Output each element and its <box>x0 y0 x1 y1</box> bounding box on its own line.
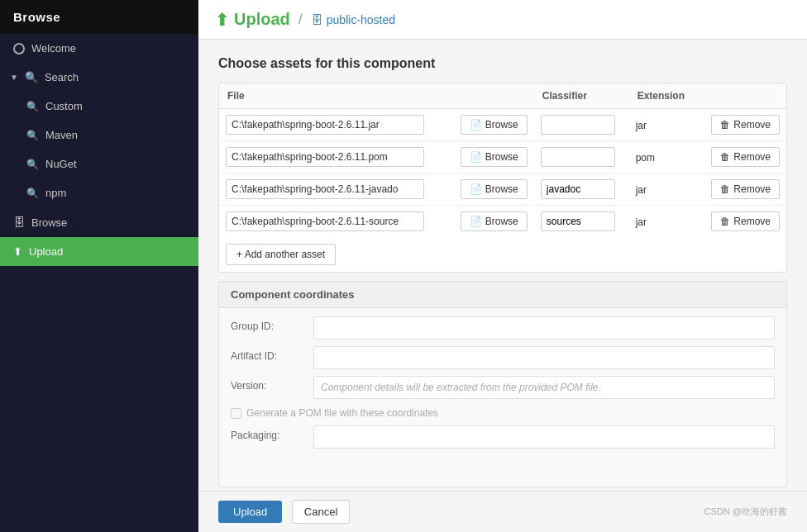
repo-name: public-hosted <box>327 13 395 26</box>
remove-button[interactable]: 🗑 Remove <box>711 115 780 135</box>
cancel-button[interactable]: Cancel <box>292 500 350 524</box>
table-row: 📄 Browse pom 🗑 Remove <box>219 141 786 173</box>
browse-button[interactable]: 📄 Browse <box>461 179 528 199</box>
sidebar-item-custom[interactable]: 🔍 Custom <box>0 92 198 121</box>
col-classifier: Classifier <box>534 83 629 109</box>
file-path-input[interactable] <box>226 179 424 199</box>
sidebar-item-label: Maven <box>45 129 78 141</box>
search-icon: 🔍 <box>26 130 39 141</box>
coords-header: Component coordinates <box>219 282 786 308</box>
extension-value: jar <box>636 184 647 196</box>
group-id-input[interactable] <box>313 316 775 340</box>
chevron-down-icon: ▼ <box>10 73 18 82</box>
artifact-id-row: Artifact ID: <box>231 346 775 369</box>
topbar: ⬆ Upload / 🗄 public-hosted <box>198 0 807 40</box>
extension-value: jar <box>636 216 647 228</box>
upload-button[interactable]: Upload <box>218 501 282 523</box>
sidebar-item-label: Welcome <box>31 42 76 55</box>
title-text: Upload <box>234 10 290 29</box>
action-buttons: Upload Cancel <box>218 500 350 524</box>
trash-icon: 🗑 <box>720 216 730 227</box>
sidebar-item-welcome[interactable]: Welcome <box>0 34 198 63</box>
col-extension: Extension <box>629 83 705 109</box>
folder-icon: 📄 <box>470 216 482 227</box>
upload-icon: ⬆ <box>215 10 229 30</box>
sidebar-item-upload[interactable]: ⬆ Upload <box>0 237 198 266</box>
version-label: Version: <box>231 376 305 392</box>
browse-button[interactable]: 📄 Browse <box>461 147 528 167</box>
sidebar-item-search[interactable]: ▼ 🔍 Search <box>0 63 198 92</box>
file-path-input[interactable] <box>226 115 424 135</box>
packaging-input[interactable] <box>313 425 775 449</box>
group-id-label: Group ID: <box>231 316 305 332</box>
search-icon: 🔍 <box>26 101 39 112</box>
artifact-id-input[interactable] <box>313 346 775 369</box>
col-file: File <box>219 83 454 109</box>
packaging-row: Packaging: <box>231 425 775 449</box>
sidebar-item-maven[interactable]: 🔍 Maven <box>0 121 198 150</box>
sidebar-item-label: NuGet <box>45 158 77 170</box>
folder-icon: 📄 <box>470 183 482 195</box>
table-row: 📄 Browse jar 🗑 Remove <box>219 206 786 238</box>
bottom-bar: Upload Cancel CSDN @吃海的虾酱 <box>198 491 807 532</box>
artifact-id-label: Artifact ID: <box>231 346 305 362</box>
trash-icon: 🗑 <box>720 183 730 195</box>
assets-table: File Classifier Extension 📄 Browse <box>219 83 786 237</box>
table-row: 📄 Browse jar 🗑 Remove <box>219 173 786 206</box>
sidebar-item-npm[interactable]: 🔍 npm <box>0 178 198 207</box>
sidebar-item-label: Upload <box>29 245 63 258</box>
generate-pom-checkbox[interactable] <box>231 408 241 419</box>
search-icon: 🔍 <box>26 188 39 199</box>
folder-icon: 📄 <box>470 119 482 131</box>
circle-icon <box>13 43 25 55</box>
coords-section: Component coordinates Group ID: Artifact… <box>218 281 787 487</box>
upload-icon: ⬆ <box>13 245 22 258</box>
page-title: ⬆ Upload <box>215 10 290 30</box>
trash-icon: 🗑 <box>720 151 730 163</box>
generate-pom-row: Generate a POM file with these coordinat… <box>231 406 775 419</box>
db-icon: 🗄 <box>13 216 25 229</box>
add-asset-button[interactable]: + Add another asset <box>226 244 336 265</box>
folder-icon: 📄 <box>470 151 482 163</box>
col-browse <box>454 83 534 109</box>
table-row: 📄 Browse jar 🗑 Remove <box>219 109 786 141</box>
repo-link[interactable]: 🗄 public-hosted <box>311 13 395 26</box>
search-icon: 🔍 <box>25 71 38 83</box>
sidebar-item-label: Browse <box>31 216 67 229</box>
sidebar-item-label: npm <box>45 187 66 199</box>
sidebar-item-label: Custom <box>45 100 83 112</box>
browse-button[interactable]: 📄 Browse <box>461 115 528 135</box>
classifier-input[interactable] <box>541 179 615 199</box>
classifier-input[interactable] <box>541 115 615 135</box>
generate-pom-label: Generate a POM file with these coordinat… <box>246 407 438 419</box>
main-area: ⬆ Upload / 🗄 public-hosted Choose assets… <box>198 0 807 532</box>
sidebar-header: Browse <box>0 0 198 34</box>
file-path-input[interactable] <box>226 147 424 167</box>
watermark: CSDN @吃海的虾酱 <box>704 506 787 518</box>
sidebar-item-nuget[interactable]: 🔍 NuGet <box>0 150 198 178</box>
assets-table-container: File Classifier Extension 📄 Browse <box>218 83 787 273</box>
group-id-row: Group ID: <box>231 316 775 340</box>
remove-button[interactable]: 🗑 Remove <box>711 211 780 231</box>
extension-value: pom <box>636 152 655 164</box>
sidebar-item-browse[interactable]: 🗄 Browse <box>0 207 198 237</box>
remove-button[interactable]: 🗑 Remove <box>711 179 780 199</box>
db-icon: 🗄 <box>311 13 322 26</box>
version-row: Version: Component details will be extra… <box>231 376 775 399</box>
remove-button[interactable]: 🗑 Remove <box>711 147 780 167</box>
coords-body: Group ID: Artifact ID: Version: Componen… <box>219 308 786 487</box>
trash-icon: 🗑 <box>720 119 730 131</box>
classifier-input[interactable] <box>541 147 615 167</box>
extension-value: jar <box>636 120 647 131</box>
file-path-input[interactable] <box>226 211 424 231</box>
classifier-input[interactable] <box>541 211 615 231</box>
content-area: Choose assets for this component File Cl… <box>198 40 807 491</box>
search-icon: 🔍 <box>26 159 39 170</box>
section-title: Choose assets for this component <box>218 56 787 71</box>
separator: / <box>298 11 303 28</box>
browse-button[interactable]: 📄 Browse <box>461 211 528 231</box>
sidebar: Browse Welcome ▼ 🔍 Search 🔍 Custom 🔍 Mav… <box>0 0 198 532</box>
col-remove <box>704 83 786 109</box>
sidebar-item-label: Search <box>45 71 79 83</box>
version-note: Component details will be extracted from… <box>313 376 775 399</box>
